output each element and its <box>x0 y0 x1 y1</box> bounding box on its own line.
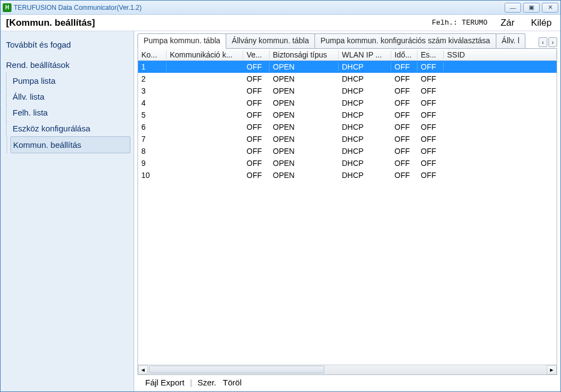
cell-c4: DHCP <box>339 87 391 95</box>
sidebar-group-transfer[interactable]: Továbbít és fogad <box>4 37 130 53</box>
col-header-time[interactable]: Idő... <box>391 50 417 59</box>
app-title: TERUFUSION Data Communicator(Ver.1.2) <box>14 4 141 11</box>
cell-c4: DHCP <box>339 111 391 119</box>
cell-c2: OFF <box>243 74 270 83</box>
cell-c2: OFF <box>243 171 270 180</box>
cell-c4: DHCP <box>339 159 391 168</box>
cell-c4: DHCP <box>339 74 391 83</box>
sidebar-items: Pumpa lista Állv. lista Felh. lista Eszk… <box>4 73 130 153</box>
cell-c6: OFF <box>417 123 444 131</box>
sidebar: Továbbít és fogad Rend. beállítások Pump… <box>1 31 134 391</box>
file-export-button[interactable]: Fájl Export <box>142 377 188 388</box>
col-header-ssid[interactable]: SSID <box>444 50 557 59</box>
cell-c3: OPEN <box>270 87 339 95</box>
cell-c3: OPEN <box>270 99 339 107</box>
tab-scroll-right-button[interactable]: › <box>548 37 557 47</box>
cell-c4: DHCP <box>339 62 391 71</box>
cell-c3: OPEN <box>270 159 339 168</box>
table-row[interactable]: 10OFFOPENDHCPOFFOFF <box>138 169 557 181</box>
cell-c5: OFF <box>391 74 417 83</box>
tab-scroll-left-button[interactable]: ‹ <box>539 37 547 47</box>
table-row[interactable]: 4OFFOPENDHCPOFFOFF <box>138 97 557 109</box>
cell-c3: OPEN <box>270 135 339 143</box>
col-header-ve[interactable]: Ve... <box>243 50 270 59</box>
edit-button[interactable]: Szer. <box>194 377 220 388</box>
cell-c0: 6 <box>138 123 167 131</box>
tab-pump-config-select[interactable]: Pumpa kommun. konfigurációs szám kiválas… <box>314 33 496 48</box>
exit-button[interactable]: Kilép <box>528 16 555 30</box>
cell-c2: OFF <box>243 62 270 71</box>
table-row[interactable]: 9OFFOPENDHCPOFFOFF <box>138 157 557 169</box>
cell-c2: OFF <box>243 147 270 155</box>
minimize-button[interactable]: — <box>505 3 521 13</box>
sidebar-item-rack-list[interactable]: Állv. lista <box>10 89 130 105</box>
cell-c5: OFF <box>391 62 417 71</box>
cell-c4: DHCP <box>339 123 391 131</box>
col-header-comm[interactable]: Kommunikáció k... <box>167 50 243 59</box>
cell-c0: 9 <box>138 159 167 168</box>
horizontal-scrollbar[interactable]: ◄ ► <box>138 365 557 374</box>
table-row[interactable]: 1OFFOPENDHCPOFFOFF <box>138 61 557 73</box>
sidebar-group-settings[interactable]: Rend. beállítások <box>4 57 130 73</box>
scroll-right-icon[interactable]: ► <box>547 365 557 374</box>
window-controls: — ▣ ✕ <box>505 3 558 13</box>
table-row[interactable]: 6OFFOPENDHCPOFFOFF <box>138 121 557 133</box>
delete-button[interactable]: Töröl <box>220 377 245 388</box>
cell-c0: 10 <box>138 171 167 180</box>
cell-c3: OPEN <box>270 147 339 155</box>
page-title: [Kommun. beállítás] <box>6 18 95 28</box>
sidebar-item-pump-list[interactable]: Pumpa lista <box>10 73 130 89</box>
cell-c4: DHCP <box>339 171 391 180</box>
cell-c6: OFF <box>417 171 444 180</box>
grid-header-row: Ko... Kommunikáció k... Ve... Biztonsági… <box>138 49 557 61</box>
grid-body: 1OFFOPENDHCPOFFOFF2OFFOPENDHCPOFFOFF3OFF… <box>138 61 557 365</box>
table-row[interactable]: 3OFFOPENDHCPOFFOFF <box>138 85 557 97</box>
col-header-security-type[interactable]: Biztonsági típus <box>270 50 339 59</box>
cell-c6: OFF <box>417 99 444 107</box>
cell-c5: OFF <box>391 171 417 180</box>
maximize-button[interactable]: ▣ <box>523 3 540 13</box>
body: Továbbít és fogad Rend. beállítások Pump… <box>1 31 560 391</box>
cell-c3: OPEN <box>270 111 339 119</box>
cell-c3: OPEN <box>270 74 339 83</box>
cell-c2: OFF <box>243 111 270 119</box>
col-header-code[interactable]: Ko... <box>138 50 167 59</box>
cell-c5: OFF <box>391 111 417 119</box>
main-panel: Pumpa kommun. tábla Állvány kommun. tábl… <box>134 31 560 391</box>
tab-rack-comm-table[interactable]: Állvány kommun. tábla <box>226 33 315 48</box>
header-row: [Kommun. beállítás] Felh.: TERUMO Zár Ki… <box>1 15 560 31</box>
footer-toolbar: Fájl Export | Szer. Töröl <box>138 375 557 389</box>
cell-c0: 4 <box>138 99 167 107</box>
sidebar-item-comm-settings[interactable]: Kommun. beállítás <box>10 136 130 153</box>
cell-c0: 1 <box>138 62 167 71</box>
col-header-wlan-ip[interactable]: WLAN IP ... <box>339 50 391 59</box>
sidebar-item-user-list[interactable]: Felh. lista <box>10 105 130 120</box>
scroll-left-icon[interactable]: ◄ <box>138 365 148 374</box>
tab-pump-comm-table[interactable]: Pumpa kommun. tábla <box>138 33 226 49</box>
tab-scroll-controls: ‹ › <box>539 37 557 48</box>
cell-c0: 2 <box>138 74 167 83</box>
sidebar-item-device-config[interactable]: Eszköz konfigurálása <box>10 120 130 136</box>
header-right: Felh.: TERUMO Zár Kilép <box>432 16 555 30</box>
titlebar: H TERUFUSION Data Communicator(Ver.1.2) … <box>1 1 560 15</box>
app-icon: H <box>3 3 12 12</box>
cell-c2: OFF <box>243 99 270 107</box>
table-row[interactable]: 8OFFOPENDHCPOFFOFF <box>138 145 557 157</box>
close-button[interactable]: Zár <box>497 16 518 30</box>
cell-c2: OFF <box>243 135 270 143</box>
scroll-thumb[interactable] <box>149 366 324 373</box>
cell-c6: OFF <box>417 135 444 143</box>
cell-c5: OFF <box>391 87 417 95</box>
cell-c4: DHCP <box>339 147 391 155</box>
cell-c2: OFF <box>243 159 270 168</box>
table-row[interactable]: 7OFFOPENDHCPOFFOFF <box>138 133 557 145</box>
tab-rack-l[interactable]: Állv. l <box>496 33 525 48</box>
user-label: Felh.: TERUMO <box>432 19 487 27</box>
cell-c4: DHCP <box>339 135 391 143</box>
close-window-button[interactable]: ✕ <box>542 3 558 13</box>
cell-c6: OFF <box>417 74 444 83</box>
table-row[interactable]: 5OFFOPENDHCPOFFOFF <box>138 109 557 121</box>
table-row[interactable]: 2OFFOPENDHCPOFFOFF <box>138 73 557 85</box>
col-header-es[interactable]: Es... <box>417 50 444 59</box>
cell-c5: OFF <box>391 159 417 168</box>
